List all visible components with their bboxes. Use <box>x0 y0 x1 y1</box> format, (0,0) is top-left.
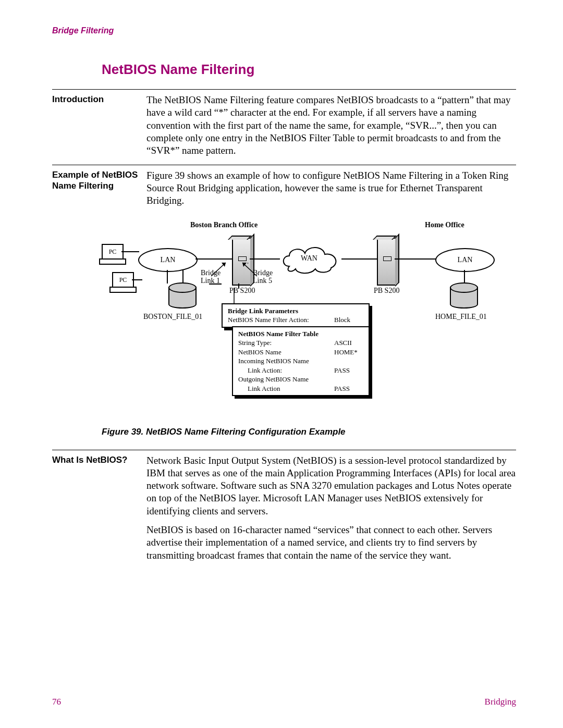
box2-r3k: Incoming NetBIOS Name <box>238 356 363 366</box>
pc-label: PC <box>113 273 133 287</box>
intro-label: Introduction <box>52 94 146 164</box>
box2-r1v: ASCII <box>334 338 363 348</box>
figure: Boston Branch Office Home Office PC PC L… <box>102 221 516 411</box>
box2-r3av: PASS <box>334 366 363 375</box>
section-title: NetBIOS Name Filtering <box>102 61 516 78</box>
router-icon <box>377 238 397 286</box>
footer: 76 Bridging <box>52 697 516 707</box>
wan-cloud-icon: WAN <box>279 243 341 274</box>
intro-block: Introduction The NetBIOS Name Filtering … <box>52 94 516 164</box>
pc-label: PC <box>103 245 123 258</box>
example-block: Example of NetBIOS Name Filtering Figure… <box>52 169 516 214</box>
chapter-name: Bridging <box>485 697 516 707</box>
lan-label: LAN <box>161 256 176 264</box>
wan-label: WAN <box>301 254 317 263</box>
box2-title: NetBIOS Name Filter Table <box>238 329 363 339</box>
figure-caption: Figure 39. NetBIOS Name Filtering Config… <box>102 427 516 437</box>
running-head: Bridge Filtering <box>52 26 516 35</box>
lan-label: LAN <box>458 256 473 264</box>
box1-title: Bridge Link Parameters <box>228 306 363 316</box>
what-p1: Network Basic Input Output System (NetBI… <box>146 454 516 518</box>
pc-icon: PC <box>102 244 124 261</box>
home-office-label: Home Office <box>425 221 464 229</box>
rule <box>52 165 516 165</box>
database-icon <box>450 282 478 309</box>
pb-s200-label: PB S200 <box>374 287 399 295</box>
box2-r4k: Outgoing NetBIOS Name <box>238 375 363 384</box>
lan-oval: LAN <box>138 248 198 272</box>
what-label: What Is NetBIOS? <box>52 454 146 569</box>
page-number: 76 <box>52 697 61 707</box>
rule <box>52 450 516 450</box>
intro-text: The NetBIOS Name Filtering feature compa… <box>146 94 516 157</box>
home-file-label: HOME_FILE_01 <box>435 313 487 321</box>
pc-icon: PC <box>112 272 134 289</box>
box2-r4av: PASS <box>334 384 363 393</box>
boston-office-label: Boston Branch Office <box>190 221 258 229</box>
box1-val: Block <box>334 315 363 325</box>
box2-r1k: String Type: <box>238 338 334 348</box>
database-icon <box>168 282 197 309</box>
what-p2: NetBIOS is based on 16-character named “… <box>146 524 516 562</box>
netbios-filter-table-box: NetBIOS Name Filter Table String Type:AS… <box>232 326 370 397</box>
box1-key: NetBIOS Name Filter Action: <box>228 315 334 325</box>
what-block: What Is NetBIOS? Network Basic Input Out… <box>52 454 516 569</box>
box2-r2k: NetBIOS Name <box>238 348 334 357</box>
boston-file-label: BOSTON_FILE_01 <box>143 313 202 321</box>
lan-oval: LAN <box>435 248 495 272</box>
rule <box>52 89 516 90</box>
box2-r4ak: Link Action <box>248 384 334 393</box>
box2-r3ak: Link Action: <box>248 366 334 375</box>
box2-r2v: HOME* <box>334 348 363 357</box>
example-text: Figure 39 shows an example of how to con… <box>146 169 516 207</box>
example-label: Example of NetBIOS Name Filtering <box>52 169 146 214</box>
